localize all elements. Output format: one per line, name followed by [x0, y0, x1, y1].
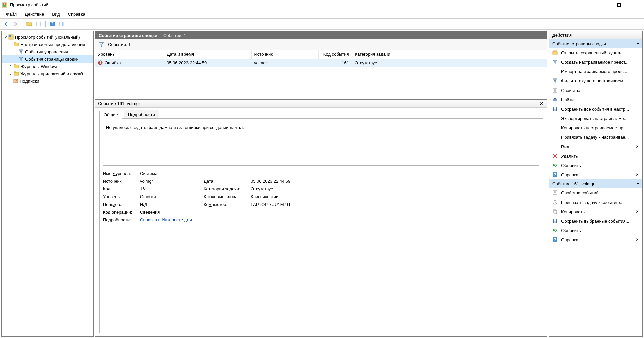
save-icon	[552, 218, 558, 224]
minimize-button[interactable]	[596, 0, 611, 10]
action-filter-current[interactable]: Фильтр текущего настраиваем...	[549, 76, 642, 86]
action-help[interactable]: ?Справка	[549, 170, 642, 179]
detail-close-button[interactable]	[538, 101, 544, 107]
menu-help[interactable]: Справка	[65, 10, 89, 18]
filter-icon	[18, 49, 24, 54]
col-level[interactable]: Уровень	[95, 50, 164, 59]
tree-summary-events[interactable]: События страницы сводки	[2, 55, 93, 63]
tree-pane[interactable]: Просмотр событий (Локальный) Настраиваем…	[1, 31, 94, 337]
tree-toggle-icon[interactable]	[3, 35, 8, 39]
actions-pane: Действия События страницы сводки Открыть…	[549, 31, 643, 337]
chevron-right-icon	[636, 210, 639, 213]
action-find[interactable]: Найти...	[549, 95, 642, 104]
list-header-count: Событий: 1	[163, 33, 186, 38]
event-detail-panel: Событие 161, volmgr Общие Подробности Не…	[95, 99, 547, 337]
svg-rect-38	[554, 109, 556, 111]
tree-root[interactable]: Просмотр событий (Локальный)	[2, 33, 93, 41]
action-event-attach-task[interactable]: Привязать задачу к событию...	[549, 198, 642, 207]
toolbar: ?	[0, 19, 644, 30]
meta-level-key: Уровень:	[103, 194, 137, 199]
action-label: Удалить	[561, 154, 639, 159]
meta-user-key: Пользов.:	[103, 202, 137, 207]
action-event-help[interactable]: ?Справка	[549, 235, 642, 244]
action-event-refresh[interactable]: Обновить	[549, 226, 642, 235]
tree-app-logs[interactable]: Журналы приложений и служб	[2, 70, 93, 77]
tree-subscriptions[interactable]: Подписки	[2, 77, 93, 85]
col-source[interactable]: Источник	[251, 50, 318, 59]
col-datetime[interactable]: Дата и время	[164, 50, 251, 59]
action-copy-custom[interactable]: Копировать настраиваемое пр...	[549, 123, 642, 132]
filter-icon[interactable]	[99, 42, 104, 47]
cell-datetime: 05.06.2023 22:44:59	[164, 59, 251, 67]
tree-custom-views[interactable]: Настраиваемые представления	[2, 41, 93, 48]
action-group-label: Событие 161, volmgr	[552, 181, 594, 186]
action-export[interactable]: Экспортировать настраиваемо...	[549, 114, 642, 123]
action-group-view[interactable]: События страницы сводки	[549, 39, 642, 48]
meta-keywords-key: Ключевые слова:	[204, 194, 247, 199]
meta-level-val: Ошибка	[140, 194, 200, 199]
action-attach-task[interactable]: Привязать задачу к настраивае...	[549, 132, 642, 142]
blank-icon	[552, 125, 558, 130]
nav-back-button[interactable]	[2, 20, 10, 28]
maximize-button[interactable]	[611, 0, 627, 10]
tb-panel-button[interactable]	[58, 20, 66, 28]
svg-text:?: ?	[554, 172, 556, 177]
action-open-saved-log[interactable]: Открыть сохраненный журнал...	[549, 48, 642, 57]
action-label: Копировать настраиваемое пр...	[561, 125, 639, 130]
meta-source-val: volmgr	[140, 179, 200, 184]
online-help-link[interactable]: Справка в Интернете для	[140, 217, 192, 222]
action-label: Привязать задачу к событию...	[561, 200, 639, 205]
action-group-label: События страницы сводки	[552, 41, 606, 46]
action-event-copy[interactable]: Копировать	[549, 207, 642, 216]
svg-rect-24	[100, 61, 101, 63]
event-row[interactable]: Ошибка 05.06.2023 22:44:59 volmgr 161 От…	[95, 59, 547, 67]
delete-icon	[552, 153, 558, 159]
event-table[interactable]: Уровень Дата и время Источник Код событи…	[95, 50, 547, 67]
nav-forward-button[interactable]	[11, 20, 19, 28]
list-header: События страницы сводки Событий: 1	[95, 31, 547, 39]
action-event-properties[interactable]: Свойства событий	[549, 188, 642, 198]
col-task[interactable]: Категория задачи	[352, 50, 547, 59]
collapse-icon[interactable]	[636, 42, 640, 45]
meta-computer-val: LAPTOP-7UU1M7TL	[251, 202, 539, 207]
tree-toggle-icon[interactable]	[8, 64, 13, 69]
action-refresh[interactable]: Обновить	[549, 161, 642, 170]
filter-icon	[552, 78, 558, 83]
filter-row: Событий: 1	[95, 39, 547, 50]
tree-windows-logs[interactable]: Журналы Windows	[2, 63, 93, 70]
action-import-custom-view[interactable]: Импорт настраиваемого предс...	[549, 67, 642, 76]
action-view-submenu[interactable]: Вид	[549, 142, 642, 151]
meta-logname-val: Система	[140, 171, 539, 176]
col-eventid[interactable]: Код события	[318, 50, 352, 59]
svg-rect-25	[100, 63, 101, 64]
action-label: Привязать задачу к настраивае...	[561, 135, 639, 140]
action-save-all[interactable]: Сохранить все события в настр...	[549, 104, 642, 114]
tb-help-button[interactable]: ?	[48, 20, 56, 28]
collapse-icon[interactable]	[636, 182, 640, 185]
menu-view[interactable]: Вид	[49, 10, 63, 18]
svg-rect-1	[3, 3, 4, 5]
refresh-icon	[552, 163, 558, 168]
tree-toggle-icon[interactable]	[8, 42, 13, 47]
tb-properties-button[interactable]	[35, 20, 43, 28]
subscriptions-icon	[13, 78, 18, 84]
menu-action[interactable]: Действие	[21, 10, 47, 18]
action-delete[interactable]: Удалить	[549, 151, 642, 161]
meta-task-key: Категория задачи:	[204, 186, 247, 191]
action-properties[interactable]: Свойства	[549, 86, 642, 95]
tb-folder-button[interactable]	[25, 20, 33, 28]
tree-toggle-icon[interactable]	[8, 71, 13, 76]
action-group-event[interactable]: Событие 161, volmgr	[549, 179, 642, 188]
action-create-custom-view[interactable]: Создать настраиваемое предст...	[549, 57, 642, 67]
close-button[interactable]	[627, 0, 642, 10]
tree-label: События страницы сводки	[25, 57, 79, 62]
menu-file[interactable]: Файл	[3, 10, 20, 18]
action-label: Экспортировать настраиваемо...	[561, 116, 639, 121]
blank-icon	[552, 144, 558, 149]
tab-details[interactable]: Подробности	[124, 110, 159, 118]
action-event-save-selected[interactable]: Сохранить выбранные события...	[549, 216, 642, 226]
filter-icon	[18, 56, 24, 62]
tab-general[interactable]: Общие	[99, 111, 122, 119]
meta-user-val: Н/Д	[140, 202, 200, 207]
tree-admin-events[interactable]: События управления	[2, 48, 93, 55]
